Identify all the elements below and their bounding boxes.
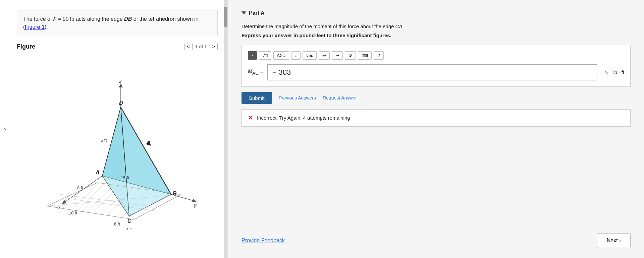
problem-statement: The force of F = 90 lb acts along the ed…: [17, 10, 218, 36]
svg-text:15 ft: 15 ft: [121, 175, 129, 180]
next-label: Next: [607, 238, 618, 244]
next-button[interactable]: Next ›: [597, 233, 631, 248]
answer-box: ▪ √□ AΣφ ↕ vec ↩ ↪ ↺ ⌨: [241, 45, 631, 87]
svg-text:x: x: [58, 204, 61, 210]
left-panel: › The force of F = 90 lb acts along the …: [0, 0, 228, 258]
left-nav-arrow[interactable]: ›: [4, 125, 6, 133]
arrows-icon: ↕: [295, 53, 297, 58]
svg-text:z: z: [119, 78, 122, 84]
math-toolbar: ▪ √□ AΣφ ↕ vec ↩ ↪ ↺ ⌨: [248, 51, 624, 60]
radical-icon: √□: [263, 53, 268, 58]
problem-text-4: ).: [45, 24, 48, 30]
feedback-box: ✕ Incorrect; Try Again; 4 attempts remai…: [241, 109, 631, 127]
figure-area: z y x D A B C F 5 ft 15 ft 8 ft 10 ft 6 …: [17, 54, 218, 251]
svg-text:D: D: [119, 100, 123, 106]
question-line1: Determine the magnitude of the moment of…: [241, 23, 631, 30]
figure-page: 1 of 1: [195, 44, 207, 49]
figure-label: Figure: [17, 43, 35, 50]
svg-text:6 ft: 6 ft: [114, 221, 120, 227]
provide-feedback-link[interactable]: Provide Feedback: [241, 238, 285, 244]
toolbar-redo-btn[interactable]: ↪: [332, 51, 343, 60]
input-row: MAC = ↖ lb · ft: [248, 64, 624, 80]
bottom-row: Provide Feedback Next ›: [241, 227, 631, 248]
tetrahedron-figure: z y x D A B C F 5 ft 15 ft 8 ft 10 ft 6 …: [30, 75, 205, 230]
svg-text:C: C: [127, 218, 131, 224]
cursor-icon: ↖: [604, 69, 609, 76]
reset-icon: ↺: [348, 53, 352, 58]
part-header: Part A: [241, 10, 631, 16]
problem-text-2: = 90 lb acts along the edge: [57, 16, 124, 22]
problem-math-DB: DB: [124, 16, 132, 22]
toolbar-undo-btn[interactable]: ↩: [319, 51, 330, 60]
symbol-icon: AΣφ: [277, 53, 285, 58]
undo-icon: ↩: [322, 53, 326, 58]
problem-text-1: The force of: [23, 16, 53, 22]
problem-math-F: F: [53, 16, 57, 22]
svg-text:B: B: [173, 191, 177, 196]
svg-text:5 ft: 5 ft: [101, 138, 107, 143]
toolbar-matrix-btn[interactable]: ▪: [248, 51, 257, 60]
request-answer-link[interactable]: Request Answer: [323, 95, 357, 101]
vec-icon: vec: [306, 53, 313, 58]
toolbar-reset-btn[interactable]: ↺: [345, 51, 356, 60]
svg-text:8 ft: 8 ft: [77, 185, 83, 190]
svg-text:y: y: [194, 202, 197, 208]
redo-icon: ↪: [335, 53, 339, 58]
matrix-icon: ▪: [252, 53, 253, 58]
toolbar-help-btn[interactable]: ?: [374, 51, 383, 60]
unit-label: lb · ft: [613, 69, 624, 75]
incorrect-icon: ✕: [248, 114, 253, 122]
submit-button[interactable]: Submit: [241, 92, 272, 104]
toolbar-symbol-btn[interactable]: AΣφ: [273, 51, 289, 60]
collapse-icon[interactable]: [241, 11, 246, 15]
question-instruction: Express your answer in pound-feet to thr…: [241, 33, 631, 38]
next-chevron-icon: ›: [619, 238, 621, 244]
toolbar-vec-btn[interactable]: vec: [303, 51, 317, 60]
toolbar-keyboard-btn[interactable]: ⌨: [358, 51, 372, 60]
feedback-text: Incorrect; Try Again; 4 attempts remaini…: [257, 115, 350, 121]
toolbar-arrows-btn[interactable]: ↕: [291, 51, 301, 60]
figure-prev-btn[interactable]: <: [184, 43, 193, 50]
svg-text:4 ft: 4 ft: [126, 227, 132, 230]
figure-scrollbar[interactable]: [224, 0, 228, 258]
previous-answers-link[interactable]: Previous Answers: [279, 95, 316, 101]
svg-text:A: A: [95, 170, 100, 175]
scroll-thumb: [224, 7, 227, 27]
mac-label: MAC =: [248, 69, 263, 76]
help-icon: ?: [377, 53, 380, 58]
figure1-link[interactable]: Figure 1: [25, 24, 45, 30]
question-math-CA: CA: [395, 23, 402, 29]
keyboard-icon: ⌨: [362, 53, 368, 58]
figure-nav: < 1 of 1 >: [184, 43, 218, 50]
part-title: Part A: [249, 10, 265, 16]
figure-header: Figure < 1 of 1 >: [17, 43, 218, 50]
answer-input[interactable]: [267, 64, 598, 80]
action-row: Submit Previous Answers Request Answer: [241, 92, 631, 104]
toolbar-radical-btn[interactable]: √□: [259, 51, 271, 60]
right-panel: Part A Determine the magnitude of the mo…: [228, 0, 644, 258]
figure-next-btn[interactable]: >: [210, 43, 218, 50]
svg-text:10 ft: 10 ft: [69, 210, 77, 215]
